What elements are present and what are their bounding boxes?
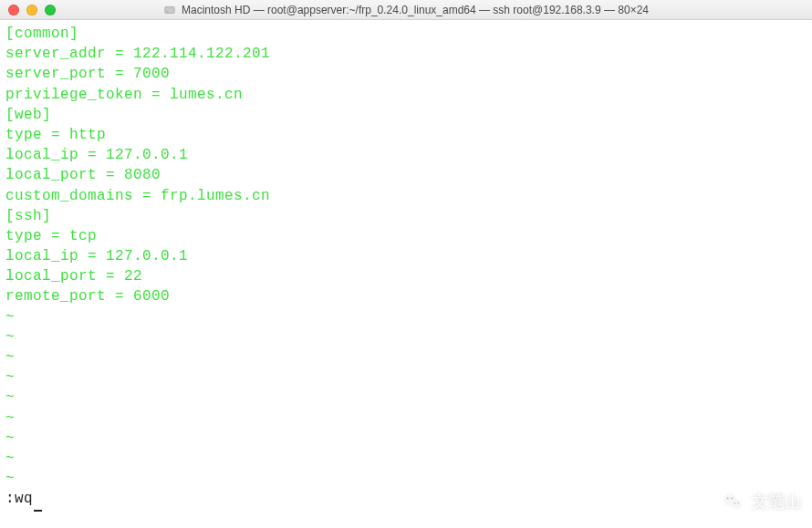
empty-line-tilde: ~ — [5, 388, 807, 408]
window-title: Macintosh HD — root@appserver:~/frp_0.24… — [182, 4, 649, 16]
hdd-icon — [163, 4, 176, 16]
zoom-window-button[interactable] — [45, 5, 56, 16]
file-line: remote_port = 6000 — [5, 286, 807, 306]
svg-point-1 — [167, 11, 168, 12]
terminal-content[interactable]: [common]server_addr = 122.114.122.201ser… — [0, 20, 812, 510]
file-line: server_addr = 122.114.122.201 — [5, 44, 807, 64]
file-line: server_port = 7000 — [5, 64, 807, 84]
empty-line-tilde: ~ — [5, 449, 807, 469]
cursor — [34, 510, 42, 512]
watermark: 文笔山 — [721, 490, 801, 513]
svg-point-6 — [734, 502, 736, 504]
file-line: custom_domains = frp.lumes.cn — [5, 186, 807, 206]
titlebar: Macintosh HD — root@appserver:~/frp_0.24… — [0, 0, 812, 20]
empty-line-tilde: ~ — [5, 469, 807, 489]
svg-rect-0 — [165, 6, 175, 13]
empty-line-tilde: ~ — [5, 327, 807, 347]
watermark-text: 文笔山 — [752, 491, 801, 512]
file-line: local_ip = 127.0.0.1 — [5, 246, 807, 266]
svg-point-4 — [727, 497, 729, 499]
wechat-icon — [721, 490, 744, 513]
file-line: [common] — [5, 24, 807, 44]
empty-line-tilde: ~ — [5, 368, 807, 388]
empty-line-tilde: ~ — [5, 347, 807, 368]
svg-point-5 — [731, 497, 733, 499]
vim-command-line[interactable]: :wq — [5, 489, 807, 509]
window-controls — [0, 5, 56, 16]
file-line: local_port = 22 — [5, 266, 807, 286]
empty-line-tilde: ~ — [5, 409, 807, 429]
svg-point-7 — [737, 502, 739, 504]
file-line: local_port = 8080 — [5, 165, 807, 185]
window-title-container: Macintosh HD — root@appserver:~/frp_0.24… — [0, 4, 812, 16]
svg-point-3 — [732, 499, 743, 510]
empty-line-tilde: ~ — [5, 429, 807, 449]
file-line: type = http — [5, 125, 807, 145]
file-line: [ssh] — [5, 206, 807, 226]
minimize-window-button[interactable] — [26, 5, 37, 16]
file-line: [web] — [5, 105, 807, 125]
file-line: local_ip = 127.0.0.1 — [5, 145, 807, 165]
vim-command-text: :wq — [5, 491, 33, 507]
close-window-button[interactable] — [8, 5, 19, 16]
file-line: privilege_token = lumes.cn — [5, 85, 807, 105]
file-line: type = tcp — [5, 226, 807, 246]
empty-line-tilde: ~ — [5, 307, 807, 327]
